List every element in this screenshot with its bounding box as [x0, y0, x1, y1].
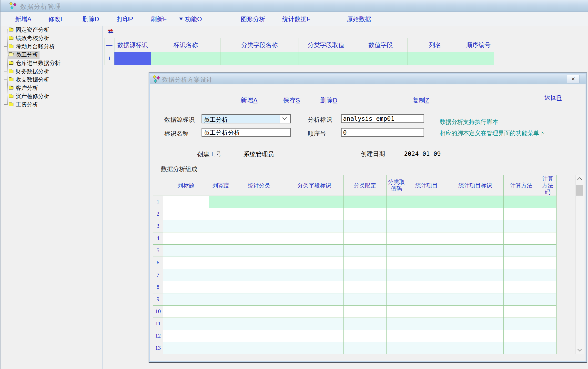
composition-grid-cell[interactable]: [387, 330, 406, 342]
composition-grid-cell[interactable]: [163, 208, 209, 220]
row-number[interactable]: 9: [153, 293, 163, 305]
composition-grid-cell[interactable]: [387, 195, 406, 208]
analysis-list-cell-current[interactable]: [114, 52, 151, 65]
composition-grid-cell[interactable]: [406, 330, 447, 342]
stats-data-button[interactable]: 统计数据F: [282, 15, 310, 23]
composition-grid-cell[interactable]: [285, 305, 343, 318]
composition-grid-cell[interactable]: [285, 256, 343, 269]
function-menu-button[interactable]: 功能O: [179, 15, 202, 23]
composition-grid-cell[interactable]: [163, 220, 209, 232]
composition-grid-cell[interactable]: [233, 220, 285, 232]
row-number[interactable]: 3: [153, 220, 163, 232]
composition-grid-cell[interactable]: [343, 293, 387, 305]
composition-grid-cell[interactable]: [233, 305, 285, 318]
composition-grid-cell[interactable]: [233, 208, 285, 220]
composition-grid-cell[interactable]: [285, 330, 343, 342]
row-number[interactable]: 5: [153, 244, 163, 256]
dialog-delete-button[interactable]: 删除D: [320, 96, 337, 105]
composition-grid-cell[interactable]: [387, 293, 406, 305]
row-number[interactable]: 4: [153, 232, 163, 244]
composition-grid-cell[interactable]: [504, 293, 539, 305]
composition-grid-cell[interactable]: [539, 342, 557, 354]
composition-grid-cell[interactable]: [447, 330, 504, 342]
composition-grid-cell[interactable]: [539, 293, 557, 305]
composition-grid-cell[interactable]: [233, 269, 285, 281]
composition-grid-cell[interactable]: [163, 232, 209, 244]
composition-grid-cell[interactable]: [209, 342, 233, 354]
grid-vertical-scrollbar[interactable]: [575, 175, 584, 354]
composition-grid-cell[interactable]: [233, 281, 285, 293]
composition-grid-cell[interactable]: [447, 220, 504, 232]
composition-grid-cell[interactable]: [285, 244, 343, 256]
composition-grid-cell[interactable]: [343, 318, 387, 330]
composition-grid-cell[interactable]: [387, 281, 406, 293]
swap-arrows-icon[interactable]: [107, 28, 114, 34]
composition-grid-cell[interactable]: [447, 195, 504, 208]
analysis-list-cell[interactable]: [151, 52, 221, 65]
row-number[interactable]: 13: [153, 342, 163, 354]
composition-grid-cell[interactable]: [233, 244, 285, 256]
tree-item-finance-data-analysis[interactable]: 财务数据分析: [0, 67, 102, 75]
tree-item-fixed-asset-analysis[interactable]: 固定资产分析: [0, 26, 102, 34]
scroll-down-arrow-icon[interactable]: [577, 347, 582, 351]
analysis-list-cell[interactable]: [298, 52, 354, 65]
row-number[interactable]: 8: [153, 281, 163, 293]
close-button[interactable]: ✕: [567, 75, 579, 83]
composition-grid-cell[interactable]: [285, 342, 343, 354]
row-number[interactable]: 12: [153, 330, 163, 342]
composition-grid-cell[interactable]: [209, 318, 233, 330]
composition-grid-cell[interactable]: [539, 244, 557, 256]
composition-grid-cell[interactable]: [343, 256, 387, 269]
composition-grid-cell[interactable]: [163, 330, 209, 342]
composition-grid-cell[interactable]: [343, 244, 387, 256]
composition-grid-cell[interactable]: [406, 305, 447, 318]
composition-grid-cell[interactable]: [447, 256, 504, 269]
composition-grid-cell[interactable]: [209, 281, 233, 293]
composition-grid-cell[interactable]: [233, 342, 285, 354]
composition-grid-cell[interactable]: [406, 208, 447, 220]
composition-grid-cell[interactable]: [447, 342, 504, 354]
composition-grid-cell[interactable]: [387, 220, 406, 232]
composition-grid-cell[interactable]: [539, 330, 557, 342]
composition-grid-cell[interactable]: [539, 195, 557, 208]
composition-grid-cell[interactable]: [387, 208, 406, 220]
composition-grid-cell[interactable]: [406, 220, 447, 232]
composition-grid-cell[interactable]: [209, 195, 233, 208]
scroll-up-arrow-icon[interactable]: [577, 177, 582, 182]
composition-grid-cell[interactable]: [285, 318, 343, 330]
composition-grid-cell[interactable]: [285, 232, 343, 244]
composition-grid-cell[interactable]: [504, 330, 539, 342]
composition-grid-cell[interactable]: [343, 208, 387, 220]
composition-grid-cell[interactable]: [343, 330, 387, 342]
row-number[interactable]: 11: [153, 318, 163, 330]
tree-item-attendance-ledger-analysis[interactable]: 考勤月台账分析: [0, 42, 102, 51]
composition-grid-cell[interactable]: [163, 305, 209, 318]
composition-grid-cell[interactable]: [285, 269, 343, 281]
tree-item-income-expense-analysis[interactable]: 收支数据分析: [0, 75, 102, 84]
row-number[interactable]: 1: [153, 195, 163, 208]
composition-grid-cell[interactable]: [163, 318, 209, 330]
analysis-list-cell[interactable]: [221, 52, 298, 65]
composition-grid-cell[interactable]: [343, 195, 387, 208]
composition-grid-cell[interactable]: [387, 305, 406, 318]
composition-grid-cell[interactable]: [233, 256, 285, 269]
composition-grid-cell[interactable]: [233, 330, 285, 342]
composition-grid-cell[interactable]: [504, 305, 539, 318]
composition-grid-cell[interactable]: [504, 244, 539, 256]
add-button[interactable]: 新增A: [15, 15, 31, 23]
composition-grid-cell[interactable]: [539, 256, 557, 269]
row-number[interactable]: 6: [153, 256, 163, 269]
composition-grid-cell[interactable]: [209, 232, 233, 244]
tree-item-performance-analysis[interactable]: 绩效考核分析: [0, 34, 102, 42]
composition-grid-cell[interactable]: [447, 208, 504, 220]
composition-grid-cell[interactable]: [447, 232, 504, 244]
composition-grid-cell[interactable]: [209, 220, 233, 232]
data-source-select[interactable]: 员工分析: [202, 114, 291, 123]
composition-grid-cell[interactable]: [406, 195, 447, 208]
dialog-add-button[interactable]: 新增A: [241, 96, 258, 105]
analysis-list-cell[interactable]: [463, 52, 494, 65]
composition-grid-cell[interactable]: [387, 256, 406, 269]
composition-grid-cell[interactable]: [406, 281, 447, 293]
composition-grid-cell[interactable]: [504, 256, 539, 269]
dialog-return-button[interactable]: 返回R: [544, 93, 562, 102]
